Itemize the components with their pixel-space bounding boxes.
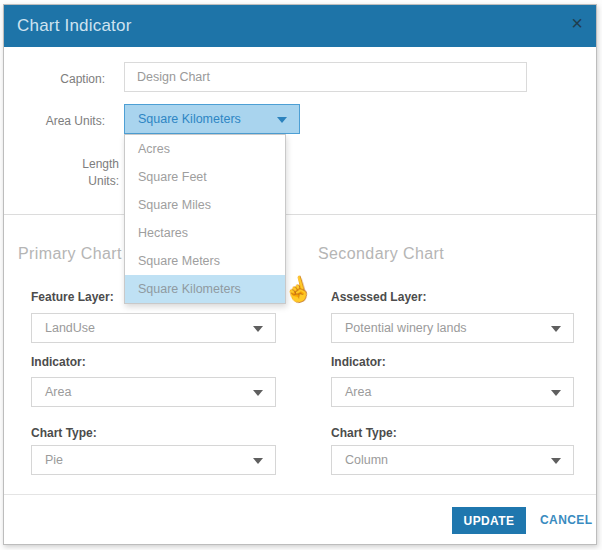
- assessed-layer-value: Potential winery lands: [345, 321, 467, 335]
- secondary-chart-type-dropdown[interactable]: Column: [331, 445, 574, 475]
- screen: Chart Indicator × Caption: Area Units: S…: [0, 0, 602, 550]
- primary-indicator-dropdown[interactable]: Area: [31, 377, 276, 407]
- dropdown-option-square-kilometers[interactable]: Square Kilometers: [125, 275, 285, 303]
- dropdown-option-square-feet[interactable]: Square Feet: [125, 163, 285, 191]
- close-icon[interactable]: ×: [571, 13, 583, 33]
- area-units-value: Square Kilometers: [138, 112, 241, 126]
- chevron-down-icon: [277, 117, 287, 123]
- dropdown-option-square-meters[interactable]: Square Meters: [125, 247, 285, 275]
- update-button[interactable]: UPDATE: [452, 507, 526, 534]
- dropdown-option-hectares[interactable]: Hectares: [125, 219, 285, 247]
- chevron-down-icon: [551, 390, 561, 396]
- area-units-label: Area Units:: [4, 114, 105, 128]
- cancel-button[interactable]: CANCEL: [540, 507, 592, 534]
- chevron-down-icon: [551, 326, 561, 332]
- primary-chart-heading: Primary Chart: [18, 245, 122, 263]
- primary-chart-type-value: Pie: [45, 453, 63, 467]
- primary-indicator-label: Indicator:: [31, 355, 86, 369]
- assessed-layer-label: Assessed Layer:: [331, 290, 426, 304]
- chart-indicator-dialog: Chart Indicator × Caption: Area Units: S…: [3, 4, 597, 545]
- feature-layer-dropdown[interactable]: LandUse: [31, 313, 276, 343]
- dialog-header: Chart Indicator ×: [4, 5, 596, 47]
- secondary-indicator-label: Indicator:: [331, 355, 386, 369]
- chevron-down-icon: [253, 390, 263, 396]
- length-units-label: Length Units:: [4, 156, 119, 190]
- section-divider: [4, 214, 596, 215]
- primary-indicator-value: Area: [45, 385, 71, 399]
- dropdown-option-acres[interactable]: Acres: [125, 135, 285, 163]
- secondary-indicator-dropdown[interactable]: Area: [331, 377, 574, 407]
- assessed-layer-dropdown[interactable]: Potential winery lands: [331, 313, 574, 343]
- primary-chart-type-label: Chart Type:: [31, 426, 97, 440]
- secondary-chart-heading: Secondary Chart: [318, 245, 444, 263]
- feature-layer-label: Feature Layer:: [31, 290, 114, 304]
- area-units-dropdown[interactable]: Square Kilometers: [124, 104, 300, 134]
- secondary-indicator-value: Area: [345, 385, 371, 399]
- secondary-chart-type-value: Column: [345, 453, 388, 467]
- chevron-down-icon: [253, 458, 263, 464]
- secondary-chart-type-label: Chart Type:: [331, 426, 397, 440]
- footer-divider: [4, 494, 596, 495]
- caption-label: Caption:: [4, 72, 105, 86]
- primary-chart-type-dropdown[interactable]: Pie: [31, 445, 276, 475]
- chevron-down-icon: [551, 458, 561, 464]
- dialog-title: Chart Indicator: [17, 16, 132, 36]
- caption-input[interactable]: [124, 62, 527, 92]
- chevron-down-icon: [253, 326, 263, 332]
- area-units-menu: Acres Square Feet Square Miles Hectares …: [124, 134, 286, 304]
- feature-layer-value: LandUse: [45, 321, 95, 335]
- dropdown-option-square-miles[interactable]: Square Miles: [125, 191, 285, 219]
